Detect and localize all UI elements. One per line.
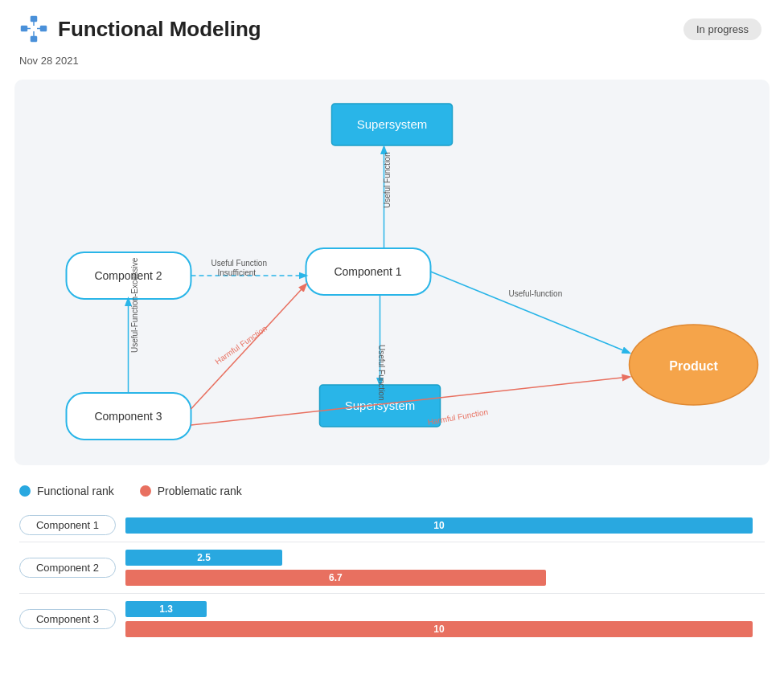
status-badge: In progress — [683, 18, 761, 40]
bar-row: Component 31.310 — [19, 594, 765, 644]
bars-section: Component 110Component 22.56.7Component … — [0, 502, 784, 651]
problematic-bar-wrap: 10 — [125, 620, 765, 638]
functional-bar-wrap: 2.5 — [125, 549, 765, 566]
svg-text:Useful-function: Useful-function — [509, 289, 563, 298]
functional-rank-label: Functional rank — [37, 485, 114, 497]
bars-area: 10 — [125, 517, 765, 534]
functional-bar-wrap: 1.3 — [125, 600, 765, 618]
functional-rank-dot — [19, 485, 31, 497]
svg-text:Product: Product — [669, 359, 718, 373]
bar-label-cell: Component 1 — [19, 515, 116, 535]
problematic-rank-dot — [140, 485, 151, 497]
svg-text:Component 1: Component 1 — [334, 265, 401, 278]
svg-line-25 — [431, 272, 630, 353]
bar-label-box: Component 2 — [19, 558, 116, 578]
legend-section: Functional rank Problematic rank — [0, 473, 784, 502]
svg-text:Useful Function: Useful Function — [383, 153, 392, 208]
svg-text:Useful Function: Useful Function — [211, 259, 267, 268]
svg-rect-0 — [31, 16, 37, 22]
functional-bar: 1.3 — [125, 601, 207, 617]
problematic-rank-label: Problematic rank — [158, 485, 242, 497]
svg-text:Supersystem: Supersystem — [357, 117, 428, 131]
diagram-svg: Supersystem Component 2 Component 1 Prod… — [14, 80, 770, 465]
bar-label-box: Component 3 — [19, 609, 116, 629]
svg-rect-3 — [31, 36, 37, 42]
bar-label-cell: Component 2 — [19, 558, 116, 578]
functional-bar: 2.5 — [125, 550, 282, 566]
legend-functional-rank: Functional rank — [19, 485, 114, 497]
svg-text:Useful Function: Useful Function — [377, 345, 386, 400]
svg-text:Component 2: Component 2 — [94, 269, 162, 282]
bar-label-cell: Component 3 — [19, 609, 116, 629]
problematic-bar: 6.7 — [125, 570, 546, 586]
svg-text:Harmful Function: Harmful Function — [213, 324, 269, 366]
title-area: Functional Modeling — [19, 14, 261, 43]
legend-problematic-rank: Problematic rank — [140, 485, 242, 497]
functional-bar-wrap: 10 — [125, 517, 765, 534]
svg-text:Useful-Function-Excessive: Useful-Function-Excessive — [130, 257, 139, 353]
functional-bar: 10 — [125, 517, 753, 534]
svg-text:Component 3: Component 3 — [94, 410, 162, 423]
bar-row: Component 110 — [19, 509, 765, 542]
functional-modeling-icon — [19, 14, 48, 43]
svg-line-29 — [191, 284, 306, 409]
svg-text:Supersystem: Supersystem — [345, 399, 416, 412]
bars-area: 2.56.7 — [125, 549, 765, 587]
date-label: Nov 28 2021 — [0, 50, 784, 72]
bars-area: 1.310 — [125, 600, 765, 638]
svg-rect-2 — [40, 26, 47, 31]
svg-text:Insufficient: Insufficient — [218, 268, 257, 277]
problematic-bar: 10 — [125, 621, 753, 637]
diagram-container: Supersystem Component 2 Component 1 Prod… — [14, 80, 770, 465]
page-title: Functional Modeling — [58, 17, 261, 42]
problematic-bar-wrap: 6.7 — [125, 569, 765, 587]
bar-label-box: Component 1 — [19, 515, 116, 535]
bar-row: Component 22.56.7 — [19, 542, 765, 594]
svg-rect-1 — [21, 26, 27, 31]
